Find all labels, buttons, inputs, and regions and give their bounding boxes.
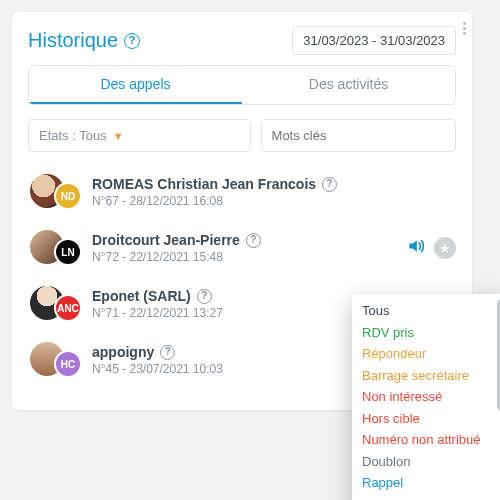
card-header: Historique ? 31/03/2023 - 31/03/2023 xyxy=(28,26,456,55)
agent-badge: LN xyxy=(54,238,82,266)
avatar-stack: HC xyxy=(28,340,82,380)
state-filter-select[interactable]: Etats : Tous ▼ xyxy=(28,119,251,152)
status-option[interactable]: Rappel xyxy=(362,472,500,494)
contact-name: Eponet (SARL) xyxy=(92,288,191,304)
tab-activities[interactable]: Des activités xyxy=(242,66,455,104)
help-icon[interactable]: ? xyxy=(160,345,175,360)
status-option[interactable]: Répondeur xyxy=(362,343,500,365)
avatar-stack: ANC xyxy=(28,284,82,324)
row-actions: ★ xyxy=(406,236,456,260)
agent-badge: HC xyxy=(54,350,82,378)
status-option[interactable]: Doublon xyxy=(362,451,500,473)
status-option[interactable]: Non intéressé xyxy=(362,386,500,408)
call-meta: N°67 - 28/12/2021 16:08 xyxy=(92,194,456,208)
contact-name: appoigny xyxy=(92,344,154,360)
help-icon[interactable]: ? xyxy=(322,177,337,192)
help-icon[interactable]: ? xyxy=(246,233,261,248)
keywords-input[interactable] xyxy=(261,119,456,152)
overflow-menu-icon[interactable] xyxy=(463,22,466,35)
title-text: Historique xyxy=(28,29,118,52)
audio-icon[interactable] xyxy=(406,236,426,260)
status-option[interactable]: Liste noire xyxy=(362,494,500,501)
agent-badge: ANC xyxy=(54,294,82,322)
status-dropdown: Tous RDV pris Répondeur Barrage secrétai… xyxy=(352,294,500,500)
call-info: ROMEAS Christian Jean Francois ? N°67 - … xyxy=(92,176,456,208)
call-info: Droitcourt Jean-Pierre ? N°72 - 22/12/20… xyxy=(92,232,396,264)
call-meta: N°72 - 22/12/2021 15:48 xyxy=(92,250,396,264)
caret-down-icon: ▼ xyxy=(113,130,124,142)
status-option[interactable]: Numéro non attribué xyxy=(362,429,500,451)
page-title: Historique ? xyxy=(28,29,140,52)
agent-badge: ND xyxy=(54,182,82,210)
status-option[interactable]: Hors cible xyxy=(362,408,500,430)
avatar-stack: LN xyxy=(28,228,82,268)
help-icon[interactable]: ? xyxy=(124,33,140,49)
help-icon[interactable]: ? xyxy=(197,289,212,304)
status-option[interactable]: Barrage secrétaire xyxy=(362,365,500,387)
tab-calls[interactable]: Des appels xyxy=(29,66,242,104)
status-option[interactable]: Tous xyxy=(362,300,500,322)
contact-name: Droitcourt Jean-Pierre xyxy=(92,232,240,248)
tab-bar: Des appels Des activités xyxy=(28,65,456,105)
avatar-stack: ND xyxy=(28,172,82,212)
state-filter-label: Etats : Tous xyxy=(39,128,107,143)
list-item[interactable]: LN Droitcourt Jean-Pierre ? N°72 - 22/12… xyxy=(28,222,456,278)
list-item[interactable]: ND ROMEAS Christian Jean Francois ? N°67… xyxy=(28,166,456,222)
contact-name: ROMEAS Christian Jean Francois xyxy=(92,176,316,192)
star-icon[interactable]: ★ xyxy=(434,237,456,259)
status-option[interactable]: RDV pris xyxy=(362,322,500,344)
date-range-picker[interactable]: 31/03/2023 - 31/03/2023 xyxy=(292,26,456,55)
filter-row: Etats : Tous ▼ xyxy=(28,119,456,152)
